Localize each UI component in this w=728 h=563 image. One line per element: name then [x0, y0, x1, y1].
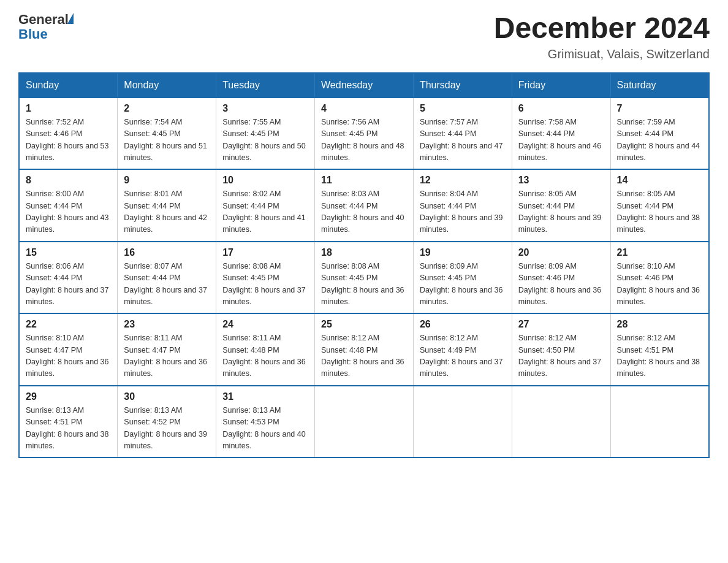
- header-saturday: Saturday: [610, 73, 709, 98]
- calendar-cell: 16Sunrise: 8:07 AMSunset: 4:44 PMDayligh…: [118, 242, 216, 314]
- day-info: Sunrise: 8:10 AMSunset: 4:47 PMDaylight:…: [26, 332, 111, 380]
- day-number: 25: [321, 319, 407, 330]
- header-wednesday: Wednesday: [315, 73, 414, 98]
- calendar-cell: 25Sunrise: 8:12 AMSunset: 4:48 PMDayligh…: [315, 313, 414, 386]
- day-info: Sunrise: 8:04 AMSunset: 4:44 PMDaylight:…: [420, 188, 506, 236]
- calendar-body: 1Sunrise: 7:52 AMSunset: 4:46 PMDaylight…: [19, 98, 709, 458]
- header-friday: Friday: [512, 73, 610, 98]
- logo-triangle-icon: [67, 13, 74, 24]
- day-info: Sunrise: 7:58 AMSunset: 4:44 PMDaylight:…: [518, 117, 604, 164]
- logo-blue: Blue: [18, 27, 74, 42]
- header-thursday: Thursday: [413, 73, 512, 98]
- day-info: Sunrise: 8:00 AMSunset: 4:44 PMDaylight:…: [26, 188, 111, 236]
- day-info: Sunrise: 8:11 AMSunset: 4:47 PMDaylight:…: [124, 332, 210, 380]
- day-number: 3: [222, 103, 308, 114]
- day-info: Sunrise: 8:13 AMSunset: 4:51 PMDaylight:…: [26, 405, 111, 453]
- day-number: 9: [124, 175, 210, 186]
- header-monday: Monday: [118, 73, 216, 98]
- day-info: Sunrise: 8:12 AMSunset: 4:48 PMDaylight:…: [321, 332, 407, 380]
- calendar-cell: 7Sunrise: 7:59 AMSunset: 4:44 PMDaylight…: [610, 98, 709, 170]
- day-info: Sunrise: 7:59 AMSunset: 4:44 PMDaylight:…: [617, 117, 702, 164]
- day-info: Sunrise: 7:57 AMSunset: 4:44 PMDaylight:…: [420, 117, 506, 164]
- calendar-cell: 4Sunrise: 7:56 AMSunset: 4:45 PMDaylight…: [315, 98, 414, 170]
- day-number: 22: [26, 319, 111, 330]
- header-tuesday: Tuesday: [216, 73, 315, 98]
- calendar-cell: 24Sunrise: 8:11 AMSunset: 4:48 PMDayligh…: [216, 313, 315, 386]
- day-number: 12: [420, 175, 506, 186]
- day-info: Sunrise: 8:12 AMSunset: 4:51 PMDaylight:…: [617, 332, 702, 380]
- calendar-cell: 6Sunrise: 7:58 AMSunset: 4:44 PMDaylight…: [512, 98, 610, 170]
- calendar-cell: 26Sunrise: 8:12 AMSunset: 4:49 PMDayligh…: [413, 313, 512, 386]
- day-number: 2: [124, 103, 210, 114]
- day-number: 23: [124, 319, 210, 330]
- day-number: 6: [518, 103, 604, 114]
- day-number: 7: [617, 103, 702, 114]
- calendar-cell: 10Sunrise: 8:02 AMSunset: 4:44 PMDayligh…: [216, 169, 315, 242]
- calendar-cell: 23Sunrise: 8:11 AMSunset: 4:47 PMDayligh…: [118, 313, 216, 386]
- day-number: 15: [26, 247, 111, 258]
- day-number: 30: [124, 391, 210, 402]
- calendar-cell: 31Sunrise: 8:13 AMSunset: 4:53 PMDayligh…: [216, 386, 315, 458]
- day-number: 24: [222, 319, 308, 330]
- day-info: Sunrise: 7:52 AMSunset: 4:46 PMDaylight:…: [26, 117, 111, 164]
- calendar-cell: [413, 386, 512, 458]
- title-block: December 2024 Grimisuat, Valais, Switzer…: [494, 12, 710, 61]
- day-info: Sunrise: 8:06 AMSunset: 4:44 PMDaylight:…: [26, 261, 111, 308]
- day-info: Sunrise: 8:02 AMSunset: 4:44 PMDaylight:…: [222, 188, 308, 236]
- day-info: Sunrise: 8:05 AMSunset: 4:44 PMDaylight:…: [617, 188, 702, 236]
- day-info: Sunrise: 8:08 AMSunset: 4:45 PMDaylight:…: [222, 261, 308, 308]
- calendar-cell: 28Sunrise: 8:12 AMSunset: 4:51 PMDayligh…: [610, 313, 709, 386]
- day-number: 26: [420, 319, 506, 330]
- week-row-5: 29Sunrise: 8:13 AMSunset: 4:51 PMDayligh…: [19, 386, 709, 458]
- week-row-3: 15Sunrise: 8:06 AMSunset: 4:44 PMDayligh…: [19, 242, 709, 314]
- day-info: Sunrise: 8:09 AMSunset: 4:45 PMDaylight:…: [420, 261, 506, 308]
- page-header: General Blue December 2024 Grimisuat, Va…: [18, 12, 710, 61]
- calendar-table: SundayMondayTuesdayWednesdayThursdayFrid…: [18, 72, 710, 459]
- logo: General Blue: [18, 12, 74, 42]
- day-number: 28: [617, 319, 702, 330]
- calendar-header: SundayMondayTuesdayWednesdayThursdayFrid…: [19, 73, 709, 98]
- day-info: Sunrise: 7:55 AMSunset: 4:45 PMDaylight:…: [222, 117, 308, 164]
- day-number: 5: [420, 103, 506, 114]
- calendar-cell: [610, 386, 709, 458]
- header-sunday: Sunday: [19, 73, 118, 98]
- calendar-cell: 29Sunrise: 8:13 AMSunset: 4:51 PMDayligh…: [19, 386, 118, 458]
- calendar-title: December 2024: [494, 12, 710, 45]
- calendar-cell: [512, 386, 610, 458]
- week-row-4: 22Sunrise: 8:10 AMSunset: 4:47 PMDayligh…: [19, 313, 709, 386]
- day-number: 14: [617, 175, 702, 186]
- day-info: Sunrise: 8:11 AMSunset: 4:48 PMDaylight:…: [222, 332, 308, 380]
- calendar-cell: 15Sunrise: 8:06 AMSunset: 4:44 PMDayligh…: [19, 242, 118, 314]
- calendar-cell: 20Sunrise: 8:09 AMSunset: 4:46 PMDayligh…: [512, 242, 610, 314]
- day-number: 27: [518, 319, 604, 330]
- calendar-cell: 14Sunrise: 8:05 AMSunset: 4:44 PMDayligh…: [610, 169, 709, 242]
- day-number: 29: [26, 391, 111, 402]
- week-row-2: 8Sunrise: 8:00 AMSunset: 4:44 PMDaylight…: [19, 169, 709, 242]
- calendar-cell: 22Sunrise: 8:10 AMSunset: 4:47 PMDayligh…: [19, 313, 118, 386]
- calendar-cell: 9Sunrise: 8:01 AMSunset: 4:44 PMDaylight…: [118, 169, 216, 242]
- day-info: Sunrise: 8:03 AMSunset: 4:44 PMDaylight:…: [321, 188, 407, 236]
- day-info: Sunrise: 8:01 AMSunset: 4:44 PMDaylight:…: [124, 188, 210, 236]
- calendar-cell: 8Sunrise: 8:00 AMSunset: 4:44 PMDaylight…: [19, 169, 118, 242]
- day-number: 4: [321, 103, 407, 114]
- week-row-1: 1Sunrise: 7:52 AMSunset: 4:46 PMDaylight…: [19, 98, 709, 170]
- day-info: Sunrise: 8:13 AMSunset: 4:52 PMDaylight:…: [124, 405, 210, 453]
- calendar-cell: 18Sunrise: 8:08 AMSunset: 4:45 PMDayligh…: [315, 242, 414, 314]
- day-info: Sunrise: 8:09 AMSunset: 4:46 PMDaylight:…: [518, 261, 604, 308]
- day-number: 31: [222, 391, 308, 402]
- calendar-subtitle: Grimisuat, Valais, Switzerland: [494, 47, 710, 61]
- day-number: 10: [222, 175, 308, 186]
- calendar-cell: 3Sunrise: 7:55 AMSunset: 4:45 PMDaylight…: [216, 98, 315, 170]
- calendar-cell: 13Sunrise: 8:05 AMSunset: 4:44 PMDayligh…: [512, 169, 610, 242]
- calendar-cell: 12Sunrise: 8:04 AMSunset: 4:44 PMDayligh…: [413, 169, 512, 242]
- day-info: Sunrise: 7:56 AMSunset: 4:45 PMDaylight:…: [321, 117, 407, 164]
- calendar-cell: 2Sunrise: 7:54 AMSunset: 4:45 PMDaylight…: [118, 98, 216, 170]
- day-number: 20: [518, 247, 604, 258]
- day-info: Sunrise: 8:08 AMSunset: 4:45 PMDaylight:…: [321, 261, 407, 308]
- day-number: 16: [124, 247, 210, 258]
- day-number: 17: [222, 247, 308, 258]
- day-info: Sunrise: 8:07 AMSunset: 4:44 PMDaylight:…: [124, 261, 210, 308]
- day-info: Sunrise: 8:10 AMSunset: 4:46 PMDaylight:…: [617, 261, 702, 308]
- day-number: 19: [420, 247, 506, 258]
- calendar-cell: 21Sunrise: 8:10 AMSunset: 4:46 PMDayligh…: [610, 242, 709, 314]
